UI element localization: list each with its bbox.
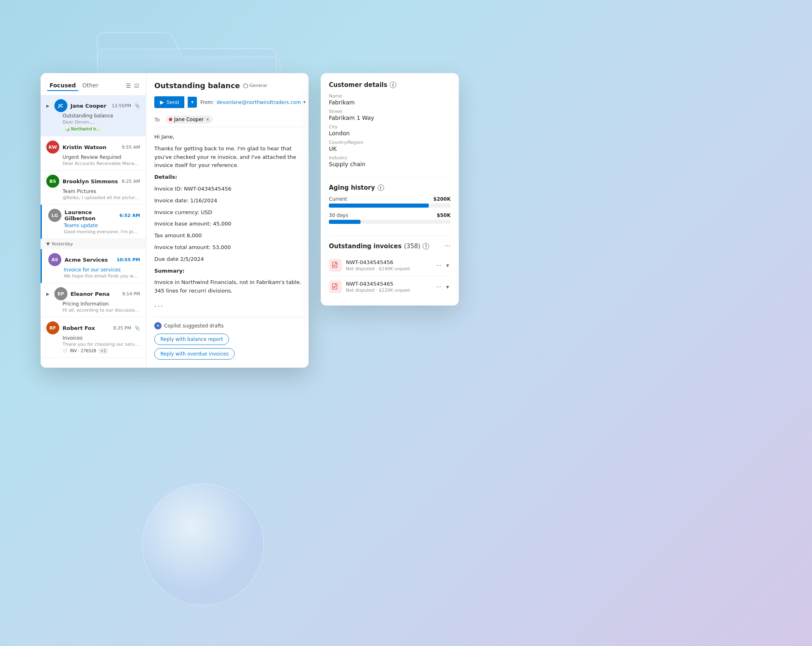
tab-row: Focused Other <box>47 80 101 91</box>
invoice-id-1: NWT-0434545456 <box>346 259 430 265</box>
copilot-actions: Reply with balance report Reply with ove… <box>154 334 306 360</box>
avatar-as: AS <box>48 253 61 266</box>
subject-kw: Urgent Review Required <box>46 154 140 160</box>
sender-as: Acme Services <box>65 257 113 263</box>
invoice-more-btn-2[interactable]: ··· <box>434 283 443 291</box>
detail-city-label: City <box>329 124 451 130</box>
svg-rect-5 <box>333 288 335 288</box>
summary-label: Summary: <box>154 268 185 274</box>
shield-icon <box>243 83 248 88</box>
send-arrow-icon: ▶ <box>160 99 164 105</box>
detail-industry-value: Supply chain <box>329 161 451 167</box>
recipient-status-dot <box>169 118 172 121</box>
detail-street: Street Fabrikam 1 Way <box>329 109 451 121</box>
ellipsis-expand[interactable]: ··· <box>154 302 306 310</box>
invoices-count: (358) <box>404 243 420 250</box>
check-icon[interactable]: ☑ <box>134 82 139 89</box>
send-button[interactable]: ▶ Send <box>154 96 184 108</box>
aging-30days-period: 30 days <box>329 212 348 218</box>
email-compose-panel: Outstanding balance General ▶ Send ▾ Fro… <box>146 73 309 368</box>
preview-kw: Dear Accounts Receivable Manager,... <box>46 161 140 166</box>
customer-panel: Customer details i Name Fabrikam Street … <box>321 73 459 306</box>
mail-list: Focused Other ☰ ☑ ▶ JC Jane Cooper 12:55… <box>41 73 146 368</box>
decorative-orb <box>142 483 264 605</box>
from-email[interactable]: devonlane@northwindtraders.com <box>216 100 301 105</box>
customer-details-section: Customer details i Name Fabrikam Street … <box>329 81 451 178</box>
customer-details-title: Customer details i <box>329 81 451 89</box>
to-field-row: To Jane Cooper ✕ <box>154 112 306 127</box>
time-bs: 8:25 AM <box>122 179 140 184</box>
invoice-expand-btn-2[interactable]: ▾ <box>445 283 451 291</box>
avatar-rf: RF <box>46 321 59 334</box>
from-label: From: <box>200 100 214 105</box>
aging-current-amount: $200K <box>433 196 451 202</box>
mail-item-kw[interactable]: KW Kristin Watson 9:55 AM Urgent Review … <box>41 137 146 171</box>
avatar-kw: KW <box>46 141 59 154</box>
recipient-remove-icon[interactable]: ✕ <box>206 117 209 122</box>
recipient-tag[interactable]: Jane Cooper ✕ <box>166 115 213 124</box>
from-chevron-icon[interactable]: ▾ <box>303 100 306 105</box>
tab-focused[interactable]: Focused <box>47 80 78 91</box>
copilot-section: ✦ Copilot suggested drafts Reply with ba… <box>154 317 306 360</box>
mail-item-bs[interactable]: BS Brooklyn Simmons 8:25 AM Team Picture… <box>41 171 146 205</box>
aging-history-info-icon[interactable]: i <box>378 184 384 191</box>
mail-item-as[interactable]: AS Acme Services 10:55 PM Invoice for ou… <box>41 249 146 283</box>
recipient-name: Jane Cooper <box>174 117 204 122</box>
aging-current-period: Current <box>329 196 347 202</box>
invoice-status-2: Not disputed · $120K unpaid <box>346 288 430 293</box>
avatar-lg: LG <box>48 209 61 222</box>
copilot-icon: ✦ <box>154 322 162 330</box>
invoice-expand-btn-1[interactable]: ▾ <box>445 261 451 269</box>
reply-balance-button[interactable]: Reply with balance report <box>154 334 229 345</box>
aging-30days-bar-bg <box>329 220 451 224</box>
tab-other[interactable]: Other <box>80 80 101 91</box>
mail-item-lg[interactable]: LG Laurence Gilbertson 6:52 AM Teams upd… <box>41 205 146 239</box>
subject-jc: Outstanding balance <box>46 113 140 119</box>
yesterday-divider[interactable]: ▼ Yesterday <box>41 239 146 249</box>
customer-details-info-icon[interactable]: i <box>390 82 396 88</box>
detail-name: Name Fabrikam <box>329 93 451 106</box>
compose-toolbar: ▶ Send ▾ From: devonlane@northwindtrader… <box>154 96 306 108</box>
general-badge: General <box>243 83 267 88</box>
mail-item-rf[interactable]: RF Robert Fox 8:25 PM 📎 Invoices Thank y… <box>41 317 146 358</box>
expand-icon-jc: ▶ <box>46 104 50 108</box>
detail-tax: Tax amount 8,000 <box>154 232 306 240</box>
invoice-more-btn-1[interactable]: ··· <box>434 261 443 269</box>
sender-kw: Kristin Watson <box>63 144 119 150</box>
mail-item-jc[interactable]: ▶ JC Jane Cooper 12:55PM 📎 Outstanding b… <box>41 95 146 137</box>
invoices-more-icon[interactable]: ··· <box>445 242 451 250</box>
detail-invoice-date: Invoice date: 1/16/2024 <box>154 197 306 205</box>
mail-item-ep[interactable]: ▶ EP Eleanor Pena 9:14 PM Pricing Inform… <box>41 283 146 317</box>
send-dropdown-button[interactable]: ▾ <box>188 97 197 108</box>
detail-base-amount: Invoice base amount: 45,000 <box>154 220 306 228</box>
body-line1: Thanks for getting back to me. I'm glad … <box>154 145 306 170</box>
reply-overdue-button[interactable]: Reply with overdue invoices <box>154 348 235 360</box>
invoices-info-icon[interactable]: i <box>423 243 429 249</box>
mail-list-header: Focused Other ☰ ☑ <box>41 73 146 95</box>
aging-30days-label-row: 30 days $50K <box>329 212 451 218</box>
invoice-status-1: Not disputed · $140K unpaid <box>346 266 430 271</box>
time-rf: 8:25 PM <box>113 325 131 331</box>
detail-name-value: Fabrikam <box>329 99 451 106</box>
detail-street-value: Fabrikam 1 Way <box>329 115 451 121</box>
email-body: Hi Jane, Thanks for getting back to me. … <box>154 129 306 299</box>
sender-jc: Jane Cooper <box>71 103 108 109</box>
aging-30days: 30 days $50K <box>329 212 451 224</box>
details-label: Details: <box>154 174 177 180</box>
preview-as: We hope this email finds you well. Ple..… <box>48 273 140 279</box>
detail-currency: Invoice currency: USD <box>154 208 306 217</box>
detail-total: Invoice total amount: 53,000 <box>154 243 306 252</box>
detail-street-label: Street <box>329 109 451 114</box>
invoice-file-icon-1 <box>329 259 342 272</box>
invoice-item-1: NWT-0434545456 Not disputed · $140K unpa… <box>329 255 451 276</box>
subject-bs: Team Pictures <box>46 189 140 194</box>
preview-jc: Dear Devon,... <box>46 119 140 125</box>
compose-subject: Outstanding balance <box>154 81 240 90</box>
invoice-info-1: NWT-0434545456 Not disputed · $140K unpa… <box>346 259 430 271</box>
filter-icon[interactable]: ☰ <box>126 82 131 89</box>
sender-lg: Laurence Gilbertson <box>65 209 116 221</box>
invoices-title: Outstanding invoices (358) i <box>329 243 429 250</box>
detail-country: Country/Region UK <box>329 140 451 152</box>
detail-due: Due date 2/5/2024 <box>154 255 306 264</box>
body-greeting: Hi Jane, <box>154 133 306 141</box>
